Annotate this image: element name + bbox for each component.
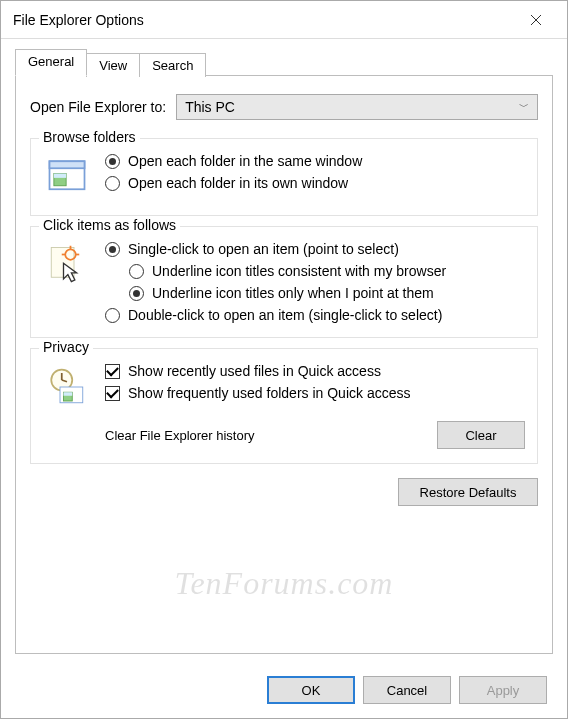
group-click-items: Click items as follows	[30, 226, 538, 338]
content-area: General View Search Open File Explorer t…	[1, 39, 567, 666]
check-frequent-folders-label: Show frequently used folders in Quick ac…	[128, 385, 410, 401]
dialog-footer: OK Cancel Apply	[1, 666, 567, 718]
radio-same-window[interactable]: Open each folder in the same window	[105, 153, 525, 169]
clear-button[interactable]: Clear	[437, 421, 525, 449]
apply-button[interactable]: Apply	[459, 676, 547, 704]
radio-same-window-label: Open each folder in the same window	[128, 153, 362, 169]
group-browse-legend: Browse folders	[39, 129, 140, 145]
checkbox-icon	[105, 364, 120, 379]
tab-view[interactable]: View	[86, 53, 140, 77]
svg-rect-16	[64, 392, 73, 396]
group-privacy: Privacy	[30, 348, 538, 464]
svg-rect-5	[54, 174, 66, 178]
radio-underline-browser[interactable]: Underline icon titles consistent with my…	[129, 263, 525, 279]
checkbox-icon	[105, 386, 120, 401]
open-explorer-value: This PC	[185, 99, 235, 115]
radio-single-click-label: Single-click to open an item (point to s…	[128, 241, 399, 257]
privacy-clock-icon	[43, 363, 91, 411]
close-button[interactable]	[513, 5, 559, 35]
group-browse-folders: Browse folders Open each folde	[30, 138, 538, 216]
svg-rect-3	[50, 161, 85, 168]
radio-underline-point[interactable]: Underline icon titles only when I point …	[129, 285, 525, 301]
tab-general[interactable]: General	[15, 49, 87, 76]
radio-double-click[interactable]: Double-click to open an item (single-cli…	[105, 307, 525, 323]
group-privacy-legend: Privacy	[39, 339, 93, 355]
radio-indicator-icon	[105, 154, 120, 169]
group-click-legend: Click items as follows	[39, 217, 180, 233]
ok-button[interactable]: OK	[267, 676, 355, 704]
radio-indicator-icon	[105, 308, 120, 323]
titlebar: File Explorer Options	[1, 1, 567, 39]
radio-indicator-icon	[129, 264, 144, 279]
chevron-down-icon: ﹀	[519, 100, 529, 114]
radio-own-window-label: Open each folder in its own window	[128, 175, 348, 191]
dialog-window: File Explorer Options General View Searc…	[0, 0, 568, 719]
radio-single-click[interactable]: Single-click to open an item (point to s…	[105, 241, 525, 257]
check-recent-files[interactable]: Show recently used files in Quick access	[105, 363, 525, 379]
radio-underline-point-label: Underline icon titles only when I point …	[152, 285, 434, 301]
open-explorer-label: Open File Explorer to:	[30, 99, 166, 115]
click-cursor-icon	[43, 241, 91, 289]
tab-panel-general: Open File Explorer to: This PC ﹀ Browse …	[15, 75, 553, 654]
check-recent-files-label: Show recently used files in Quick access	[128, 363, 381, 379]
tab-strip: General View Search	[15, 49, 553, 76]
window-title: File Explorer Options	[13, 12, 513, 28]
radio-indicator-icon	[129, 286, 144, 301]
radio-indicator-icon	[105, 242, 120, 257]
open-explorer-row: Open File Explorer to: This PC ﹀	[30, 94, 538, 120]
folder-window-icon	[43, 153, 91, 201]
radio-underline-browser-label: Underline icon titles consistent with my…	[152, 263, 446, 279]
check-frequent-folders[interactable]: Show frequently used folders in Quick ac…	[105, 385, 525, 401]
restore-defaults-button[interactable]: Restore Defaults	[398, 478, 538, 506]
clear-history-label: Clear File Explorer history	[105, 428, 255, 443]
close-icon	[530, 14, 542, 26]
open-explorer-select[interactable]: This PC ﹀	[176, 94, 538, 120]
radio-double-click-label: Double-click to open an item (single-cli…	[128, 307, 442, 323]
radio-own-window[interactable]: Open each folder in its own window	[105, 175, 525, 191]
tab-search[interactable]: Search	[139, 53, 206, 77]
cancel-button[interactable]: Cancel	[363, 676, 451, 704]
radio-indicator-icon	[105, 176, 120, 191]
